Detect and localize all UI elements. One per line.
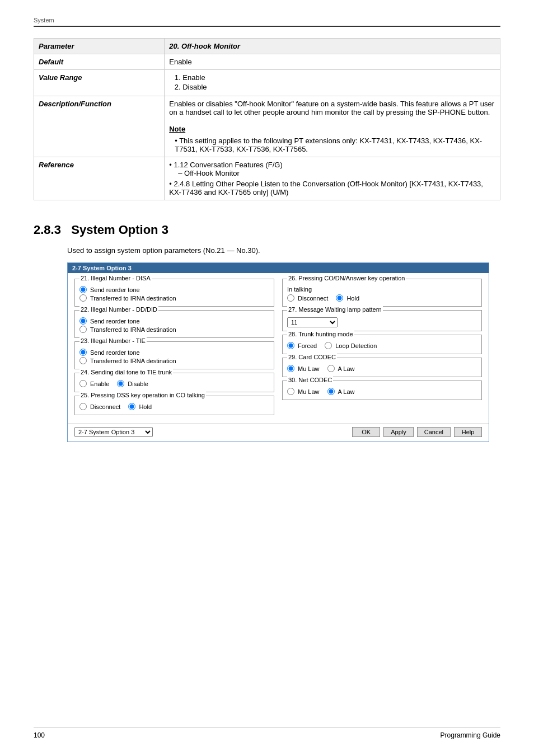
table-row-description: Description/Function Enables or disables…	[34, 96, 500, 157]
radio-23-1[interactable]: Send reorder tone	[79, 349, 269, 356]
dialog-left-column: 21. Illegal Number - DISA Send reorder t…	[74, 279, 274, 419]
radio-26-hold-input[interactable]	[336, 294, 343, 302]
group-25-content: Disconnect Hold	[79, 403, 269, 411]
radio-26-disconnect-label: Disconnect	[298, 295, 328, 302]
radio-22-transfer[interactable]	[79, 326, 87, 333]
radio-30-row: Mu Law A Law	[287, 388, 477, 396]
radio-22-1[interactable]: Send reorder tone	[79, 317, 269, 325]
dialog-page-select[interactable]: 2-7 System Option 3	[74, 427, 153, 437]
group-30-content: Mu Law A Law	[287, 388, 477, 396]
radio-30-a-input[interactable]	[327, 388, 335, 395]
radio-30-a[interactable]: A Law	[327, 388, 355, 395]
radio-28-forced[interactable]: Forced	[287, 342, 317, 349]
radio-23-send-label: Send reorder tone	[90, 349, 140, 356]
group-30-title: 30. Net CODEC	[287, 377, 333, 383]
radio-22-2[interactable]: Transferred to IRNA destination	[79, 326, 269, 333]
help-button[interactable]: Help	[454, 427, 482, 437]
group-29-content: Mu Law A Law	[287, 365, 477, 373]
radio-30-mu-label: Mu Law	[298, 388, 320, 395]
dialog-footer: 2-7 System Option 3 OK Apply Cancel Help	[68, 423, 489, 442]
group-21: 21. Illegal Number - DISA Send reorder t…	[74, 279, 274, 307]
group-24: 24. Sending dial tone to TIE trunk Enabl…	[74, 373, 274, 392]
group-29-title: 29. Card CODEC	[287, 354, 337, 360]
dialog-grid: 21. Illegal Number - DISA Send reorder t…	[74, 279, 482, 419]
radio-26-hold[interactable]: Hold	[336, 294, 359, 302]
radio-24-enable[interactable]: Enable	[79, 380, 109, 387]
radio-29-mu-input[interactable]	[287, 365, 294, 372]
radio-25-disconnect[interactable]: Disconnect	[79, 403, 120, 410]
radio-29-row: Mu Law A Law	[287, 365, 477, 373]
param-value-reference: • 1.12 Conversation Features (F/G) – Off…	[165, 157, 500, 200]
table-row-default: Default Enable	[34, 54, 500, 70]
radio-26-row: Disconnect Hold	[287, 294, 477, 303]
radio-26-disconnect[interactable]: Disconnect	[287, 294, 328, 302]
group-25-title: 25. Pressing DSS key operation in CO tal…	[79, 392, 206, 398]
radio-28-forced-label: Forced	[298, 342, 317, 349]
section-title: System Option 3	[71, 223, 168, 237]
group-22-content: Send reorder tone Transferred to IRNA de…	[79, 317, 269, 333]
radio-29-mu-label: Mu Law	[298, 365, 320, 372]
param-label-header: Parameter	[34, 39, 165, 54]
radio-25-disconnect-input[interactable]	[79, 403, 87, 410]
radio-21-transfer[interactable]	[79, 294, 87, 302]
radio-30-a-label: A Law	[338, 388, 355, 395]
group-30: 30. Net CODEC Mu Law A Law	[282, 381, 482, 400]
group-29: 29. Card CODEC Mu Law A Law	[282, 358, 482, 377]
table-row-reference: Reference • 1.12 Conversation Features (…	[34, 157, 500, 200]
group-27-content: 11	[287, 317, 477, 327]
radio-25-hold[interactable]: Hold	[128, 403, 152, 410]
group-23-title: 23. Illegal Number - TIE	[79, 337, 147, 344]
radio-25-disconnect-label: Disconnect	[90, 403, 120, 410]
group-25: 25. Pressing DSS key operation in CO tal…	[74, 396, 274, 415]
radio-29-a-input[interactable]	[327, 365, 335, 372]
radio-29-mu[interactable]: Mu Law	[287, 365, 320, 372]
table-row-header: Parameter 20. Off-hook Monitor	[34, 39, 500, 54]
page-header: System	[34, 17, 500, 24]
footer-page-number: 100	[34, 731, 45, 739]
radio-29-a[interactable]: A Law	[327, 365, 355, 372]
radio-21-1[interactable]: Send reorder tone	[79, 286, 269, 293]
note-label: Note	[169, 125, 495, 133]
group-26-sublabel: In talking	[287, 286, 477, 293]
param-label-value-range: Value Range	[34, 70, 165, 96]
radio-21-2[interactable]: Transferred to IRNA destination	[79, 294, 269, 302]
description-text: Enables or disables "Off-hook Monitor" f…	[169, 100, 495, 116]
radio-24-disable-label: Disable	[128, 381, 148, 387]
dialog-box: 2-7 System Option 3 21. Illegal Number -…	[67, 262, 489, 442]
cancel-button[interactable]: Cancel	[417, 427, 451, 437]
radio-24-disable[interactable]: Disable	[117, 380, 148, 387]
parameter-table: Parameter 20. Off-hook Monitor Default E…	[34, 38, 500, 200]
group-21-title: 21. Illegal Number - DISA	[79, 275, 152, 281]
radio-21-transfer-label: Transferred to IRNA destination	[90, 295, 176, 302]
radio-25-hold-input[interactable]	[128, 403, 135, 410]
group-27-dropdown[interactable]: 11	[287, 317, 338, 327]
section-number: 2.8.3	[34, 223, 61, 237]
radio-28-loop[interactable]: Loop Detection	[325, 342, 377, 349]
dialog-right-column: 26. Pressing CO/DN/Answer key operation …	[282, 279, 482, 419]
section-description: Used to assign system option parameters …	[67, 246, 500, 255]
radio-30-mu-input[interactable]	[287, 388, 294, 395]
section-heading: 2.8.3 System Option 3	[34, 223, 500, 237]
radio-22-send[interactable]	[79, 317, 87, 325]
radio-28-loop-input[interactable]	[325, 342, 332, 349]
apply-button[interactable]: Apply	[383, 427, 414, 437]
group-28-title: 28. Trunk hunting mode	[287, 331, 354, 337]
radio-23-transfer[interactable]	[79, 357, 87, 364]
radio-24-enable-input[interactable]	[79, 380, 87, 387]
radio-29-a-label: A Law	[338, 365, 355, 372]
radio-23-2[interactable]: Transferred to IRNA destination	[79, 357, 269, 364]
radio-24-disable-input[interactable]	[117, 380, 124, 387]
radio-26-disconnect-input[interactable]	[287, 294, 294, 302]
radio-21-send[interactable]	[79, 286, 87, 293]
value-range-item-2: Disable	[182, 83, 495, 91]
radio-28-row: Forced Loop Detection	[287, 342, 477, 350]
value-range-item-1: Enable	[182, 73, 495, 82]
radio-30-mu[interactable]: Mu Law	[287, 388, 320, 395]
param-value-description: Enables or disables "Off-hook Monitor" f…	[165, 96, 500, 157]
group-26-title: 26. Pressing CO/DN/Answer key operation	[287, 275, 406, 281]
radio-28-forced-input[interactable]	[287, 342, 294, 349]
group-26-content: In talking Disconnect Hold	[287, 286, 477, 303]
ok-button[interactable]: OK	[352, 427, 380, 437]
note-bullet-dot: •	[175, 137, 179, 145]
radio-23-send[interactable]	[79, 349, 87, 356]
